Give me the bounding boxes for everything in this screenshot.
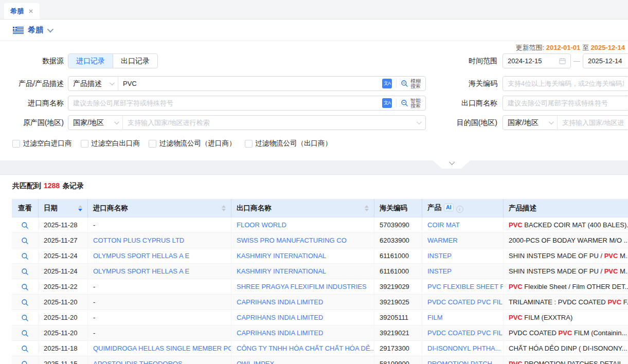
exporter-link[interactable]: CAPRIHANS INDIA LIMITED [237, 314, 323, 321]
product-link[interactable]: INSTEP [427, 267, 452, 275]
view-detail-icon[interactable] [21, 252, 29, 260]
view-cell[interactable] [12, 325, 39, 341]
origin-country-select[interactable]: 国家/地区 [68, 116, 123, 130]
exporter-link[interactable]: SHREE PRAGYA FLEXIFILM INDUSTRIES [237, 283, 367, 290]
date-start-value[interactable] [508, 57, 559, 65]
view-detail-icon[interactable] [21, 222, 29, 229]
product-link[interactable]: PVDC COATED PVC FIL... [427, 298, 504, 306]
importer-link[interactable]: OLYMPUS SPORT HELLAS A E [93, 252, 189, 260]
product-cell: INSTEP [422, 248, 504, 264]
chevron-down-icon[interactable] [47, 26, 54, 33]
chevron-down-icon [417, 119, 422, 124]
exporter-link[interactable]: SWISS PRO MANUFACTURING CO [237, 236, 347, 244]
importer-link[interactable]: APOSTOLIDIS THEODOROS [93, 360, 183, 364]
view-cell[interactable] [12, 341, 39, 356]
tab-greece[interactable]: 希腊 ✕ [4, 3, 40, 19]
product-cell: FILM [422, 310, 504, 325]
origin-field[interactable] [128, 119, 409, 126]
view-detail-icon[interactable] [21, 283, 29, 291]
product-link[interactable]: PVC FLEXIBLE SHEET F... [427, 283, 504, 290]
hscode-cell: 39219029 [374, 279, 422, 295]
view-detail-icon[interactable] [21, 268, 29, 276]
product-type-select[interactable]: 产品描述 [68, 77, 118, 90]
export-records-tab[interactable]: 出口记录 [113, 54, 157, 68]
view-cell[interactable] [12, 217, 39, 233]
search-icon [401, 80, 408, 87]
view-detail-icon[interactable] [21, 237, 29, 245]
product-link[interactable]: WARMER [427, 236, 458, 244]
importer-link[interactable]: QUIMIDROGA HELLAS SINGLE MEMBER PC [93, 344, 231, 352]
date-start-input[interactable] [503, 53, 571, 68]
tab-close-icon[interactable]: ✕ [28, 8, 33, 15]
view-cell[interactable] [12, 356, 39, 364]
page-title: 希腊 [28, 25, 43, 35]
product-link[interactable]: PROMOTION PATCH [427, 360, 492, 364]
exporter-cell: CAPRIHANS INDIA LIMITED [231, 325, 374, 341]
info-icon[interactable]: i [456, 206, 463, 213]
view-detail-icon[interactable] [21, 345, 29, 353]
import-records-tab[interactable]: 进口记录 [68, 54, 113, 68]
table-row: 2025-11-20-CAPRIHANS INDIA LIMITED392190… [12, 325, 628, 341]
col-exporter[interactable]: 出口商名称 [231, 199, 374, 217]
filter-checkbox[interactable]: 过滤空白出口商 [81, 139, 140, 148]
date-end-value[interactable] [588, 57, 628, 65]
product-cell: PVDC COATED PVC FIL... [422, 325, 504, 341]
hscode-field[interactable] [508, 80, 624, 87]
exporter-link[interactable]: OWL IMPEX [237, 360, 274, 364]
exporter-field[interactable] [508, 99, 624, 107]
translate-icon[interactable]: 文A [382, 79, 392, 88]
importer-link[interactable]: COTTON PLUS CYPRUS LTD [93, 236, 184, 244]
exporter-link[interactable]: CAPRIHANS INDIA LIMITED [237, 298, 323, 306]
exporter-link[interactable]: FLOOR WORLD [237, 221, 286, 229]
view-cell[interactable] [12, 233, 39, 248]
smart-search-button[interactable]: 智能搜索 [401, 98, 425, 108]
view-detail-icon[interactable] [21, 360, 29, 364]
exporter-input[interactable] [503, 96, 628, 111]
checkbox-icon[interactable] [81, 140, 88, 148]
destination-country-select[interactable]: 国家/地区 [503, 116, 558, 130]
hscode-input[interactable] [503, 76, 628, 91]
product-link[interactable]: DI-ISONONYL PHTHA... [427, 344, 501, 352]
exporter-link[interactable]: CAPRIHANS INDIA LIMITED [237, 329, 323, 337]
view-cell[interactable] [12, 295, 39, 310]
translate-icon[interactable]: 文A [382, 98, 392, 108]
date-end-input[interactable] [583, 53, 628, 68]
view-cell[interactable] [12, 264, 39, 279]
col-importer[interactable]: 进口商名称 [88, 199, 231, 217]
destination-label: 目的国(地区) [426, 118, 503, 128]
checkbox-icon[interactable] [149, 140, 156, 148]
col-date[interactable]: 日期 [39, 199, 88, 217]
search-icon [401, 99, 408, 107]
filter-checkbox[interactable]: 过滤物流公司（出口商） [245, 139, 332, 148]
importer-link[interactable]: OLYMPUS SPORT HELLAS A E [93, 267, 189, 275]
view-cell[interactable] [12, 248, 39, 264]
update-range-end: 2025-12-14 [591, 44, 625, 51]
exporter-link[interactable]: KASHMIRY INTERNATIONAL [237, 252, 326, 260]
fuzzy-search-button[interactable]: 模糊搜索 [401, 79, 425, 89]
results-table-wrap: 查看 日期 进口商名称 出口商名称 海关编码 产品AIi 产品描述 2025-1… [12, 199, 628, 364]
table-row: 2025-11-24OLYMPUS SPORT HELLAS A EKASHMI… [12, 248, 628, 264]
product-link[interactable]: PVDC COATED PVC FIL... [427, 329, 504, 337]
checkbox-icon[interactable] [245, 140, 253, 148]
collapse-filter-button[interactable] [433, 160, 470, 169]
filter-checkbox[interactable]: 过滤空白进口商 [12, 139, 72, 148]
destination-field[interactable] [562, 119, 624, 126]
exporter-link[interactable]: CÔNG TY TNHH HÓA CHẤT CHẤT HÓA DẺ... [237, 344, 374, 352]
view-detail-icon[interactable] [21, 299, 29, 306]
filter-checkbox[interactable]: 过滤物流公司（进口商） [149, 139, 236, 148]
hscode-cell: 39219021 [374, 325, 422, 341]
importer-field[interactable] [73, 99, 378, 107]
filter-row-importer: 进口商名称 文A 智能搜索 出口商名称 [0, 96, 628, 111]
view-cell[interactable] [12, 310, 39, 325]
exporter-link[interactable]: KASHMIRY INTERNATIONAL [237, 267, 326, 275]
product-link[interactable]: FILM [427, 314, 443, 321]
view-cell[interactable] [12, 279, 39, 295]
date-cell: 2025-11-27 [39, 233, 88, 248]
view-detail-icon[interactable] [21, 330, 29, 337]
product-link[interactable]: INSTEP [427, 252, 452, 260]
product-link[interactable]: COIR MAT [427, 221, 460, 229]
checkbox-icon[interactable] [12, 140, 20, 148]
description-cell: PVC PROMOTION PATCHES DETAIL ... [504, 356, 628, 364]
view-detail-icon[interactable] [21, 314, 29, 322]
product-search-input[interactable] [123, 80, 378, 87]
